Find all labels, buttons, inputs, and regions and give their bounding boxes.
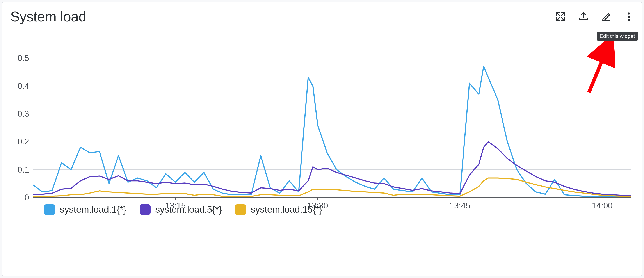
- pencil-icon: [601, 12, 611, 22]
- y-tick-label: 0: [24, 193, 29, 202]
- y-tick-label: 0.3: [18, 109, 29, 118]
- svg-line-2: [556, 18, 560, 20]
- edit-tooltip: Edit this widget: [597, 32, 638, 40]
- svg-line-1: [556, 13, 560, 16]
- x-tick-label: 13:45: [450, 201, 470, 210]
- edit-button[interactable]: [600, 10, 612, 23]
- widget-panel: System load: [2, 2, 642, 276]
- legend-item-0[interactable]: system.load.1{*}: [44, 204, 126, 215]
- y-tick-label: 0.1: [18, 165, 29, 174]
- svg-point-5: [628, 16, 630, 18]
- widget-header: System load: [2, 2, 642, 31]
- chart-svg: [33, 44, 631, 198]
- expand-icon: [555, 12, 566, 22]
- x-tick-label: 13:15: [165, 201, 186, 210]
- y-tick-label: 0.4: [18, 81, 29, 90]
- widget-toolbar: [554, 10, 635, 23]
- x-tick-label: 13:30: [307, 201, 328, 210]
- y-tick-label: 0.5: [18, 53, 29, 63]
- svg-point-6: [628, 19, 630, 21]
- export-icon: [578, 12, 588, 22]
- svg-point-4: [628, 12, 630, 15]
- x-tick-label: 14:00: [592, 201, 613, 210]
- legend-swatch-icon: [140, 204, 150, 215]
- svg-line-0: [561, 13, 564, 16]
- chart-body: 00.10.20.30.40.513:1513:3013:4514:00 sys…: [2, 31, 642, 276]
- export-button[interactable]: [577, 10, 590, 23]
- widget-title: System load: [10, 8, 86, 25]
- legend-swatch-icon: [235, 204, 246, 215]
- svg-line-3: [561, 18, 564, 20]
- more-vertical-icon: [624, 12, 634, 22]
- legend-label: system.load.1{*}: [60, 204, 126, 215]
- legend-swatch-icon: [44, 204, 55, 215]
- legend: system.load.1{*} system.load.5{*} system…: [33, 198, 631, 217]
- chart-area[interactable]: 00.10.20.30.40.513:1513:3013:4514:00: [33, 44, 631, 198]
- y-tick-label: 0.2: [18, 137, 29, 146]
- more-button[interactable]: [623, 10, 635, 23]
- fullscreen-button[interactable]: [554, 10, 566, 23]
